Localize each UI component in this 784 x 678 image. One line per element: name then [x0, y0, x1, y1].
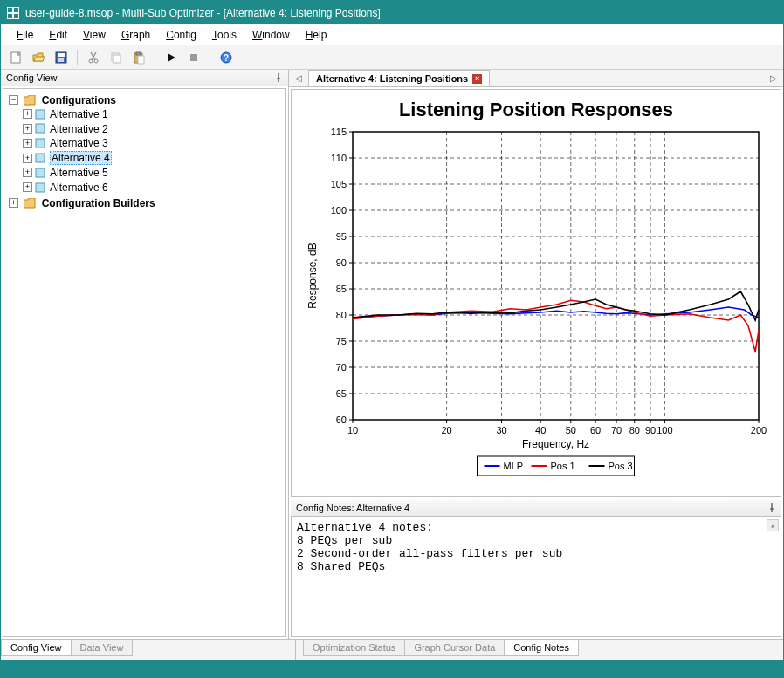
open-icon[interactable] [29, 48, 48, 67]
tree-node-alternative[interactable]: Alternative 5 [50, 167, 108, 179]
svg-point-10 [94, 59, 98, 63]
menu-file[interactable]: File [10, 27, 40, 43]
cut-icon[interactable] [84, 48, 103, 67]
bottom-tab[interactable]: Config Notes [504, 640, 579, 656]
svg-text:60: 60 [336, 414, 347, 425]
config-notes-title: Config Notes: Alternative 4 [296, 503, 409, 513]
svg-text:Listening Position Responses: Listening Position Responses [399, 99, 673, 120]
svg-rect-21 [36, 139, 45, 147]
help-icon[interactable]: ? [217, 48, 236, 67]
menu-config[interactable]: Config [159, 27, 203, 43]
svg-text:65: 65 [336, 388, 347, 399]
svg-rect-15 [138, 56, 144, 64]
stop-icon[interactable] [184, 48, 203, 67]
svg-text:200: 200 [751, 425, 767, 435]
menu-help[interactable]: Help [299, 27, 334, 43]
expand-toggle[interactable]: + [23, 154, 32, 163]
right-pane: ◁ Alternative 4: Listening Positions × ▷… [289, 70, 783, 639]
new-icon[interactable] [6, 48, 25, 67]
tree-node-alternative[interactable]: Alternative 1 [50, 108, 108, 120]
graph-area[interactable]: Listening Position Responses606570758085… [291, 89, 781, 497]
svg-text:90: 90 [336, 257, 347, 268]
svg-rect-1 [8, 8, 12, 12]
tree-node-configuration-builders[interactable]: Configuration Builders [42, 197, 155, 209]
svg-text:90: 90 [645, 425, 656, 435]
menu-window[interactable]: Window [245, 27, 297, 43]
chart: Listening Position Responses606570758085… [300, 97, 772, 490]
expand-toggle[interactable]: − [9, 95, 18, 105]
svg-rect-24 [36, 183, 45, 192]
bottom-tab[interactable]: Data View [71, 640, 134, 656]
svg-text:Pos 3: Pos 3 [609, 461, 633, 471]
page-icon [35, 168, 47, 178]
copy-icon[interactable] [107, 48, 126, 67]
right-bottom-tabs: Optimization StatusGraph Cursor DataConf… [296, 639, 783, 660]
tree-node-alternative[interactable]: Alternative 4 [50, 151, 112, 165]
tree-node-alternative[interactable]: Alternative 3 [50, 137, 108, 149]
svg-text:95: 95 [336, 231, 347, 242]
bottom-tab[interactable]: Optimization Status [303, 640, 405, 656]
expand-toggle[interactable]: + [9, 198, 18, 208]
svg-text:70: 70 [611, 425, 622, 435]
app-icon [6, 6, 20, 20]
svg-rect-3 [8, 14, 12, 18]
svg-text:60: 60 [590, 425, 601, 435]
svg-text:50: 50 [566, 425, 576, 435]
run-icon[interactable] [162, 48, 181, 67]
svg-text:100: 100 [331, 205, 347, 216]
tree-node-configurations[interactable]: Configurations [42, 94, 116, 106]
svg-text:85: 85 [336, 284, 347, 294]
expand-toggle[interactable]: + [23, 139, 32, 148]
save-icon[interactable] [52, 48, 71, 67]
document-tabstrip: ◁ Alternative 4: Listening Positions × ▷ [289, 70, 783, 87]
svg-text:70: 70 [336, 362, 347, 373]
svg-rect-8 [58, 58, 64, 62]
svg-text:110: 110 [331, 153, 347, 163]
svg-rect-20 [36, 124, 45, 133]
page-icon [35, 138, 47, 148]
menu-graph[interactable]: Graph [114, 27, 157, 43]
close-icon[interactable]: × [472, 74, 482, 84]
pin-icon[interactable] [274, 73, 283, 82]
bottom-tab[interactable]: Graph Cursor Data [404, 640, 505, 656]
page-icon [35, 109, 47, 120]
config-view-title: Config View [6, 72, 58, 83]
window-titlebar: user-guide-8.msop - Multi-Sub Optimizer … [1, 1, 783, 24]
toolbar: ? [1, 45, 783, 70]
svg-point-9 [89, 59, 93, 63]
svg-rect-22 [36, 154, 45, 162]
svg-text:30: 30 [496, 425, 506, 435]
svg-rect-2 [14, 8, 18, 12]
tree-node-alternative[interactable]: Alternative 2 [50, 122, 108, 134]
document-tab[interactable]: Alternative 4: Listening Positions × [308, 70, 490, 86]
tree-node-alternative[interactable]: Alternative 6 [50, 181, 108, 194]
config-tree[interactable]: − Configurations +Alternative 1+Alternat… [3, 88, 286, 637]
paste-icon[interactable] [129, 48, 148, 67]
expand-toggle[interactable]: + [23, 109, 32, 119]
menubar: File Edit View Graph Config Tools Window… [1, 24, 783, 45]
menu-tools[interactable]: Tools [205, 27, 244, 43]
svg-rect-14 [136, 52, 141, 55]
svg-text:115: 115 [331, 127, 347, 137]
svg-text:40: 40 [535, 425, 546, 435]
svg-rect-7 [58, 53, 65, 57]
svg-text:80: 80 [629, 425, 640, 435]
svg-rect-26 [353, 132, 759, 420]
pin-icon[interactable] [767, 503, 776, 512]
tab-nav-left-icon[interactable]: ◁ [292, 73, 305, 83]
bottom-tab[interactable]: Config View [1, 640, 72, 656]
svg-text:105: 105 [331, 179, 347, 189]
config-notes-pane: Config Notes: Alternative 4 Alternative … [291, 500, 781, 637]
expand-toggle[interactable]: + [23, 124, 32, 134]
svg-text:10: 10 [347, 425, 358, 435]
svg-rect-4 [14, 14, 18, 18]
menu-view[interactable]: View [76, 27, 113, 43]
scroll-up-icon[interactable]: ▴ [767, 519, 779, 531]
expand-toggle[interactable]: + [23, 168, 32, 177]
expand-toggle[interactable]: + [23, 182, 32, 192]
folder-icon [24, 198, 36, 209]
config-notes-text[interactable]: Alternative 4 notes: 8 PEQs per sub 2 Se… [291, 517, 781, 637]
tab-nav-right-icon[interactable]: ▷ [767, 73, 780, 83]
svg-text:80: 80 [336, 310, 347, 320]
menu-edit[interactable]: Edit [42, 27, 74, 43]
